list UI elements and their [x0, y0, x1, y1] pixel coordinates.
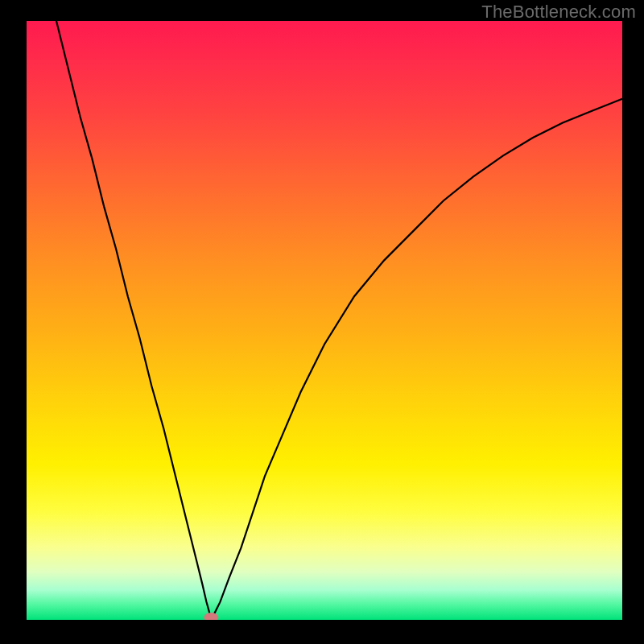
chart-frame: TheBottleneck.com	[0, 0, 644, 644]
curve-path	[56, 21, 622, 617]
minimum-marker	[204, 613, 218, 620]
plot-area	[27, 21, 622, 620]
watermark-text: TheBottleneck.com	[481, 2, 636, 23]
bottleneck-curve	[27, 21, 622, 620]
